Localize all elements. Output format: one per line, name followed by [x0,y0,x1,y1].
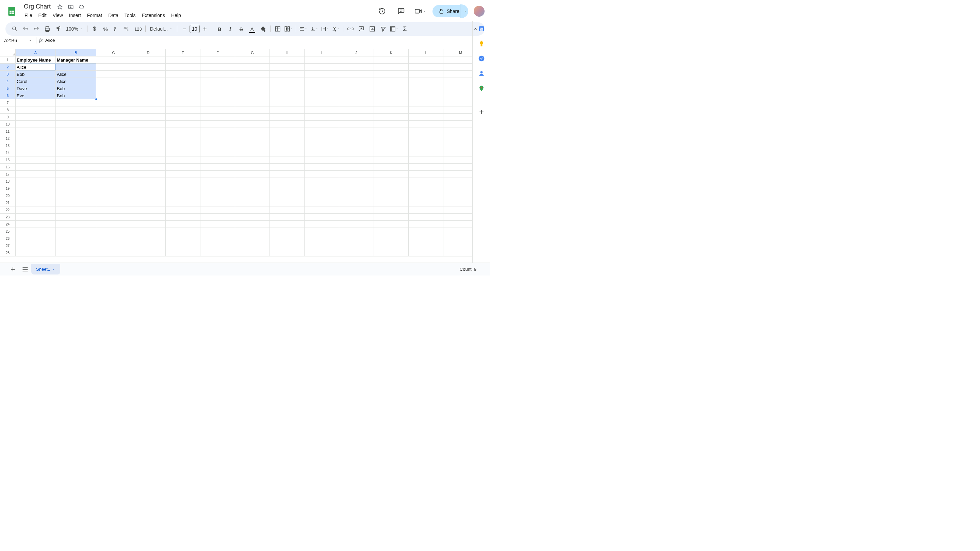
cell[interactable] [16,156,56,164]
cell[interactable] [409,242,443,249]
cell[interactable]: Carol [16,78,56,85]
bold-icon[interactable]: B [215,24,224,34]
cell[interactable] [235,149,270,156]
cell[interactable] [339,128,374,135]
cell[interactable]: Alice [16,64,56,71]
menu-help[interactable]: Help [169,11,184,19]
cell[interactable] [270,235,305,242]
cell[interactable] [16,206,56,214]
cell[interactable]: Eve [16,92,56,99]
cell[interactable] [374,199,409,206]
cell[interactable] [270,178,305,185]
cell[interactable] [16,214,56,221]
menu-format[interactable]: Format [84,11,105,19]
cell[interactable] [339,235,374,242]
row-header[interactable]: 15 [0,156,16,164]
cell[interactable] [305,249,339,256]
cell[interactable] [270,114,305,121]
cell[interactable] [131,249,166,256]
cell[interactable] [131,185,166,192]
cell[interactable] [339,85,374,92]
cell[interactable] [409,64,443,71]
cell[interactable] [96,192,131,199]
keep-icon[interactable] [478,40,485,47]
cell[interactable] [131,121,166,128]
cell[interactable] [409,199,443,206]
text-wrap-icon[interactable] [320,24,330,34]
cell[interactable] [409,164,443,171]
avatar[interactable] [474,6,485,17]
cell[interactable] [339,199,374,206]
menu-edit[interactable]: Edit [36,11,49,19]
cell[interactable] [339,149,374,156]
cell[interactable] [96,149,131,156]
cell[interactable] [56,156,96,164]
cell[interactable] [166,78,200,85]
row-header[interactable]: 28 [0,249,16,256]
row-header[interactable]: 14 [0,149,16,156]
cell[interactable] [56,106,96,114]
cell[interactable] [443,228,472,235]
cell[interactable] [56,64,96,71]
col-header-i[interactable]: I [305,49,339,56]
cell[interactable] [235,221,270,228]
cell[interactable] [443,214,472,221]
spreadsheet-grid[interactable]: A B C D E F G H I J K L M 1Employee Name… [0,49,472,263]
row-header[interactable]: 25 [0,228,16,235]
row-header[interactable]: 9 [0,114,16,121]
cell[interactable] [374,221,409,228]
cell[interactable] [235,121,270,128]
cell[interactable] [339,142,374,149]
cell[interactable] [96,106,131,114]
cell[interactable] [339,64,374,71]
cell[interactable] [131,64,166,71]
cell[interactable] [270,92,305,99]
cell[interactable] [409,185,443,192]
cell[interactable] [200,114,235,121]
menu-extensions[interactable]: Extensions [139,11,167,19]
cell[interactable] [166,249,200,256]
cell[interactable] [96,199,131,206]
cell[interactable] [16,242,56,249]
cell[interactable] [339,99,374,106]
text-color-icon[interactable]: A [247,24,257,34]
cell[interactable] [166,185,200,192]
cell[interactable] [270,85,305,92]
cell[interactable] [270,249,305,256]
all-sheets-icon[interactable] [19,263,31,275]
cell[interactable] [200,142,235,149]
cell[interactable] [96,235,131,242]
cell[interactable] [374,71,409,78]
cell[interactable] [235,156,270,164]
cell[interactable] [270,149,305,156]
cell[interactable] [235,214,270,221]
cell[interactable] [235,99,270,106]
cell[interactable] [374,56,409,64]
zoom-dropdown[interactable]: 100% [64,24,85,34]
cell[interactable] [339,92,374,99]
cell[interactable] [339,156,374,164]
col-header-m[interactable]: M [443,49,472,56]
cell[interactable] [200,85,235,92]
cell[interactable] [166,228,200,235]
cell[interactable] [270,71,305,78]
cell[interactable] [339,192,374,199]
cell[interactable] [409,121,443,128]
cell[interactable] [56,228,96,235]
cell[interactable] [409,142,443,149]
cell[interactable] [270,156,305,164]
cell[interactable] [16,228,56,235]
cell[interactable] [96,71,131,78]
cell[interactable] [305,56,339,64]
cell[interactable] [131,156,166,164]
cell[interactable] [56,235,96,242]
cell[interactable] [200,221,235,228]
menu-view[interactable]: View [50,11,66,19]
cell[interactable] [200,171,235,178]
cell[interactable] [166,135,200,142]
cell[interactable] [96,142,131,149]
menu-insert[interactable]: Insert [66,11,84,19]
cell[interactable] [270,135,305,142]
cell[interactable] [16,192,56,199]
cell[interactable] [409,192,443,199]
